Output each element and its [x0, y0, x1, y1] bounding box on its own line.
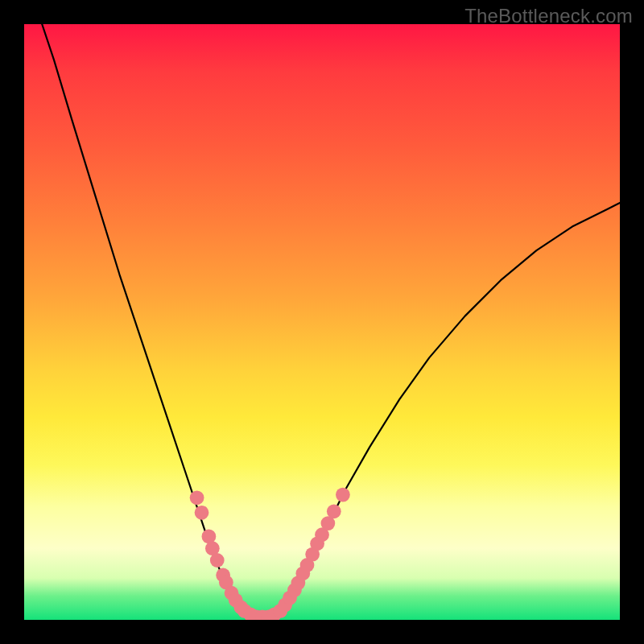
chart-frame: TheBottleneck.com	[0, 0, 644, 644]
curve-marker	[327, 504, 341, 518]
curve-marker	[336, 488, 350, 502]
curve-layer	[24, 24, 620, 620]
plot-area	[24, 24, 620, 620]
curve-markers	[190, 488, 350, 620]
curve-marker	[210, 553, 225, 568]
curve-marker	[190, 490, 204, 505]
curve-marker	[195, 506, 209, 520]
